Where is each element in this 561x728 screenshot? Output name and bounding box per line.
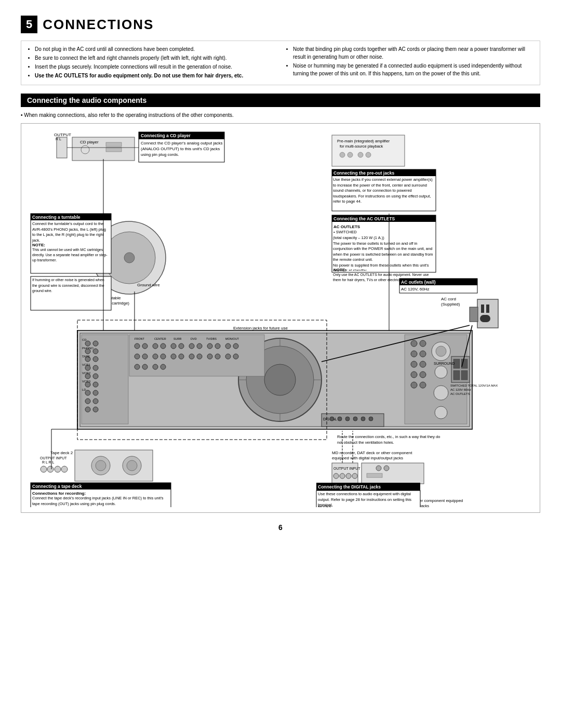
subsection-header: Connecting the audio components	[21, 94, 540, 107]
svg-rect-194	[367, 473, 382, 478]
svg-point-61	[85, 407, 90, 412]
svg-point-48	[93, 349, 98, 354]
svg-point-14	[340, 152, 345, 157]
svg-text:Connecting the pre-out jacks: Connecting the pre-out jacks	[333, 170, 394, 176]
svg-point-116	[197, 354, 202, 359]
svg-point-166	[127, 460, 137, 471]
svg-point-62	[93, 407, 98, 412]
svg-point-187	[340, 473, 345, 479]
svg-text:CD: CD	[82, 338, 87, 341]
svg-text:VCR1: VCR1	[82, 363, 91, 366]
svg-text:Connecting the DIGITAL jacks: Connecting the DIGITAL jacks	[318, 484, 381, 489]
svg-rect-5	[106, 142, 122, 147]
top-notes-box: Do not plug in the AC cord until all con…	[21, 41, 540, 85]
svg-point-100	[161, 343, 166, 349]
svg-point-72	[264, 364, 296, 395]
svg-rect-92	[461, 370, 468, 380]
svg-point-159	[47, 466, 54, 472]
svg-point-60	[93, 399, 98, 404]
svg-point-84	[411, 372, 417, 378]
svg-text:Extension jacks for future use: Extension jacks for future use	[233, 326, 288, 330]
svg-text:• SWITCHED: • SWITCHED	[333, 230, 357, 234]
svg-point-138	[369, 417, 373, 421]
note-item: Noise or humming may be generated if a c…	[293, 62, 533, 77]
svg-point-46	[93, 341, 98, 346]
main-diagram: OUTPUT R L CD player Connecting a CD pla…	[21, 123, 540, 513]
svg-point-101	[171, 343, 176, 349]
svg-point-161	[61, 466, 68, 472]
svg-text:MON/OUT: MON/OUT	[225, 337, 239, 340]
svg-text:AC OUTLETS: AC OUTLETS	[450, 392, 470, 395]
svg-point-110	[142, 354, 148, 359]
svg-text:Ground wire: Ground wire	[137, 283, 160, 287]
svg-text:TAPE: TAPE	[82, 355, 90, 358]
svg-point-82	[411, 361, 417, 367]
svg-point-188	[346, 473, 351, 479]
svg-text:Tape deck 2: Tape deck 2	[50, 451, 73, 455]
svg-text:Connecting a CD player: Connecting a CD player	[141, 133, 191, 138]
note-item: Be sure to connect the left and right ch…	[35, 54, 275, 62]
svg-text:AC 120V, 60Hz: AC 120V, 60Hz	[401, 287, 429, 292]
note-item: Do not plug in the AC cord until all con…	[35, 45, 275, 53]
svg-point-86	[411, 382, 417, 388]
svg-text:SWITCHED TOTAL 120V/1A MAX: SWITCHED TOTAL 120V/1A MAX	[450, 384, 498, 387]
svg-text:VCR3: VCR3	[82, 380, 91, 383]
section-number: 5	[21, 16, 37, 33]
svg-point-121	[135, 364, 140, 369]
svg-point-15	[348, 152, 353, 157]
svg-point-81	[420, 351, 426, 357]
svg-point-102	[179, 343, 184, 349]
svg-point-160	[55, 466, 61, 472]
svg-text:PHONO: PHONO	[82, 347, 94, 350]
svg-rect-144	[470, 307, 478, 322]
svg-point-58	[93, 390, 98, 395]
svg-text:FRONT: FRONT	[135, 337, 145, 340]
svg-point-120	[233, 354, 238, 359]
svg-rect-141	[481, 305, 484, 313]
svg-text:NOTE:: NOTE:	[32, 243, 45, 247]
svg-point-108	[233, 343, 238, 349]
svg-point-97	[135, 343, 140, 349]
svg-text:SURROUND: SURROUND	[434, 362, 455, 365]
svg-text:AC 120V 60Hz: AC 120V 60Hz	[450, 388, 471, 391]
svg-point-33	[124, 253, 135, 263]
svg-point-133	[330, 417, 334, 421]
svg-text:Connections for recording:: Connections for recording:	[32, 491, 86, 496]
svg-rect-6	[106, 148, 122, 152]
svg-text:AC cord: AC cord	[441, 297, 456, 301]
cd-player-label: CD player	[80, 140, 99, 144]
svg-point-122	[142, 364, 148, 369]
svg-rect-91	[453, 370, 460, 380]
svg-text:Connecting the AC OUTLETS: Connecting the AC OUTLETS	[333, 216, 395, 221]
svg-point-118	[215, 354, 220, 359]
svg-text:R  L: R L	[56, 137, 61, 141]
svg-text:equipped with digital input/ou: equipped with digital input/output jacks	[332, 456, 403, 460]
svg-point-104	[197, 343, 202, 349]
svg-point-189	[352, 473, 357, 479]
svg-text:NOTE:: NOTE:	[333, 268, 346, 272]
svg-point-186	[333, 473, 339, 479]
svg-point-135	[345, 417, 350, 421]
svg-point-115	[189, 354, 194, 359]
svg-point-154	[435, 406, 447, 419]
svg-text:TV/DBS: TV/DBS	[206, 337, 217, 340]
svg-point-87	[420, 382, 426, 388]
section-header: 5 CONNECTIONS	[21, 16, 540, 33]
note-item: Insert the plugs securely. Incomplete co…	[35, 63, 275, 71]
svg-point-158	[41, 466, 47, 472]
svg-rect-142	[486, 305, 489, 313]
svg-point-99	[153, 343, 158, 349]
svg-point-103	[189, 343, 194, 349]
svg-point-85	[420, 372, 426, 378]
svg-point-111	[153, 354, 158, 359]
svg-point-107	[225, 343, 231, 349]
svg-point-80	[411, 351, 417, 357]
svg-point-114	[179, 354, 184, 359]
svg-point-124	[161, 364, 166, 369]
svg-point-16	[358, 152, 363, 157]
svg-point-152	[435, 366, 447, 378]
svg-text:OUTPUT: OUTPUT	[54, 133, 71, 137]
svg-point-193	[384, 466, 389, 471]
svg-text:AC outlets (wall): AC outlets (wall)	[401, 280, 436, 285]
svg-point-79	[420, 340, 426, 347]
